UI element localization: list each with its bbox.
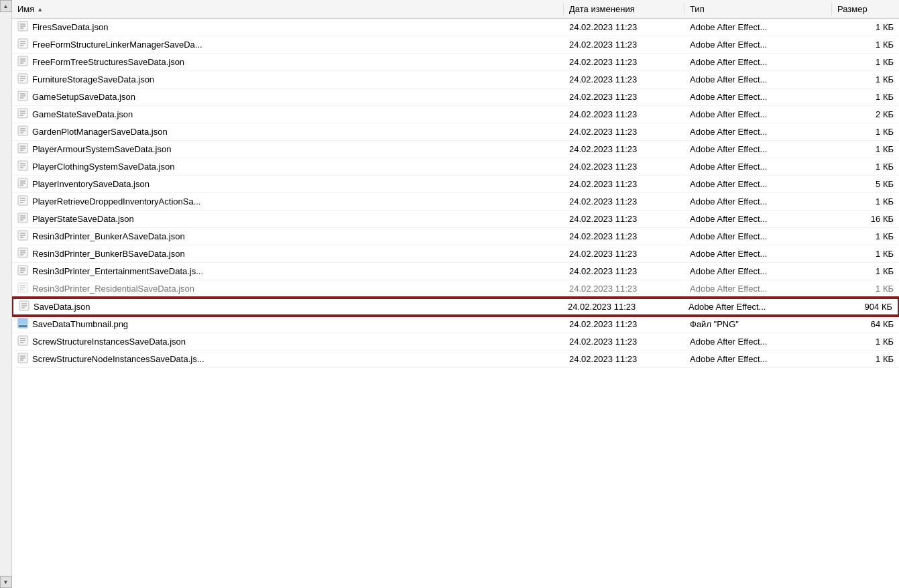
col-header-size[interactable]: Размер xyxy=(832,3,899,15)
file-type-cell: Adobe After Effect... xyxy=(684,73,832,86)
table-row[interactable]: PlayerRetrieveDroppedInventoryActionSa..… xyxy=(12,193,899,211)
table-row[interactable]: GardenPlotManagerSaveData.json24.02.2023… xyxy=(12,123,899,141)
scroll-up-button[interactable]: ▲ xyxy=(0,0,12,12)
file-name-text: Resin3dPrinter_BunkerBSaveData.json xyxy=(32,249,185,259)
table-row[interactable]: PlayerArmourSystemSaveData.json24.02.202… xyxy=(12,141,899,158)
file-size-cell: 1 КБ xyxy=(832,195,899,208)
file-date-cell: 24.02.2023 11:23 xyxy=(564,213,684,225)
table-row[interactable]: FurnitureStorageSaveData.json24.02.2023 … xyxy=(12,71,899,89)
file-date-cell: 24.02.2023 11:23 xyxy=(564,335,684,348)
table-row[interactable]: SaveData.json24.02.2023 11:23Adobe After… xyxy=(12,298,899,316)
file-size-cell: 1 КБ xyxy=(832,21,899,34)
file-size-cell: 2 КБ xyxy=(832,108,899,121)
file-size-cell: 1 КБ xyxy=(832,247,899,260)
file-name-text: ScrewStructureNodeInstancesSaveData.js..… xyxy=(32,354,204,364)
file-date-cell: 24.02.2023 11:23 xyxy=(564,21,684,34)
file-name-text: GameSetupSaveData.json xyxy=(32,92,135,102)
file-date-cell: 24.02.2023 11:23 xyxy=(562,300,683,313)
file-type-cell: Adobe After Effect... xyxy=(684,178,832,190)
png-file-icon xyxy=(17,318,28,331)
file-name-text: PlayerInventorySaveData.json xyxy=(32,179,149,189)
file-type-cell: Adobe After Effect... xyxy=(684,21,832,34)
file-date-cell: 24.02.2023 11:23 xyxy=(564,247,684,260)
file-type-cell: Adobe After Effect... xyxy=(683,300,831,313)
file-name-text: PlayerClothingSystemSaveData.json xyxy=(32,162,174,172)
table-header: Имя ▲ Дата изменения Тип Размер xyxy=(12,0,899,19)
table-row[interactable]: FreeFormTreeStructuresSaveData.json24.02… xyxy=(12,54,899,71)
json-file-icon xyxy=(17,282,28,295)
file-name-cell: GardenPlotManagerSaveData.json xyxy=(12,124,564,139)
file-name-text: FurnitureStorageSaveData.json xyxy=(32,74,154,84)
scroll-down-button[interactable]: ▼ xyxy=(0,576,12,588)
file-size-cell: 1 КБ xyxy=(832,143,899,156)
file-size-cell: 16 КБ xyxy=(832,213,899,225)
file-name-cell: Resin3dPrinter_ResidentialSaveData.json xyxy=(12,281,564,296)
json-file-icon xyxy=(17,91,28,103)
json-file-icon xyxy=(17,38,28,51)
file-size-cell: 1 КБ xyxy=(832,56,899,68)
col-header-name[interactable]: Имя ▲ xyxy=(12,3,564,15)
file-date-cell: 24.02.2023 11:23 xyxy=(564,91,684,103)
file-size-cell: 5 КБ xyxy=(832,178,899,190)
col-date-label: Дата изменения xyxy=(569,4,635,14)
svg-rect-69 xyxy=(19,319,27,325)
table-row[interactable]: SaveDataThumbnail.png24.02.2023 11:23Фай… xyxy=(12,316,899,333)
file-name-text: PlayerArmourSystemSaveData.json xyxy=(32,144,171,154)
file-date-cell: 24.02.2023 11:23 xyxy=(564,353,684,365)
file-name-text: GameStateSaveData.json xyxy=(32,109,133,119)
json-file-icon xyxy=(17,247,28,260)
file-name-cell: SaveDataThumbnail.png xyxy=(12,316,564,332)
scroll-track[interactable] xyxy=(0,12,11,576)
table-row[interactable]: FreeFormStructureLinkerManagerSaveDa...2… xyxy=(12,36,899,54)
col-header-type[interactable]: Тип xyxy=(684,3,832,15)
svg-rect-70 xyxy=(19,325,27,327)
table-row[interactable]: Resin3dPrinter_ResidentialSaveData.json2… xyxy=(12,280,899,298)
file-name-text: FiresSaveData.json xyxy=(32,22,108,32)
file-size-cell: 1 КБ xyxy=(832,265,899,278)
file-type-cell: Adobe After Effect... xyxy=(684,335,832,348)
table-row[interactable]: GameStateSaveData.json24.02.2023 11:23Ad… xyxy=(12,106,899,123)
file-type-cell: Adobe After Effect... xyxy=(684,213,832,225)
file-date-cell: 24.02.2023 11:23 xyxy=(564,108,684,121)
file-name-text: ScrewStructureInstancesSaveData.json xyxy=(32,337,186,347)
file-type-cell: Adobe After Effect... xyxy=(684,160,832,173)
file-date-cell: 24.02.2023 11:23 xyxy=(564,56,684,68)
table-row[interactable]: PlayerClothingSystemSaveData.json24.02.2… xyxy=(12,158,899,176)
file-name-text: SaveDataThumbnail.png xyxy=(32,319,128,329)
file-name-text: FreeFormTreeStructuresSaveData.json xyxy=(32,57,184,67)
file-date-cell: 24.02.2023 11:23 xyxy=(564,318,684,331)
file-name-cell: PlayerInventorySaveData.json xyxy=(12,176,564,192)
table-row[interactable]: Resin3dPrinter_BunkerBSaveData.json24.02… xyxy=(12,245,899,263)
file-date-cell: 24.02.2023 11:23 xyxy=(564,143,684,156)
json-file-icon xyxy=(17,335,28,348)
file-date-cell: 24.02.2023 11:23 xyxy=(564,38,684,51)
col-header-date[interactable]: Дата изменения xyxy=(564,3,684,15)
file-type-cell: Adobe After Effect... xyxy=(684,282,832,295)
file-name-cell: PlayerClothingSystemSaveData.json xyxy=(12,159,564,174)
json-file-icon xyxy=(17,125,28,138)
file-size-cell: 1 КБ xyxy=(832,38,899,51)
file-type-cell: Adobe After Effect... xyxy=(684,56,832,68)
file-type-cell: Adobe After Effect... xyxy=(684,353,832,365)
file-name-text: Resin3dPrinter_ResidentialSaveData.json xyxy=(32,284,194,294)
table-row[interactable]: Resin3dPrinter_BunkerASaveData.json24.02… xyxy=(12,228,899,245)
json-file-icon xyxy=(17,73,28,86)
table-row[interactable]: FiresSaveData.json24.02.2023 11:23Adobe … xyxy=(12,19,899,36)
table-row[interactable]: ScrewStructureInstancesSaveData.json24.0… xyxy=(12,333,899,351)
file-name-cell: FiresSaveData.json xyxy=(12,19,564,35)
file-size-cell: 64 КБ xyxy=(832,318,899,331)
json-file-icon xyxy=(17,108,28,121)
vertical-scrollbar[interactable]: ▲ ▼ xyxy=(0,0,12,588)
table-row[interactable]: PlayerInventorySaveData.json24.02.2023 1… xyxy=(12,176,899,193)
table-row[interactable]: GameSetupSaveData.json24.02.2023 11:23Ad… xyxy=(12,89,899,106)
file-type-cell: Adobe After Effect... xyxy=(684,38,832,51)
file-size-cell: 1 КБ xyxy=(832,73,899,86)
table-row[interactable]: Resin3dPrinter_EntertainmentSaveData.js.… xyxy=(12,263,899,280)
table-row[interactable]: ScrewStructureNodeInstancesSaveData.js..… xyxy=(12,351,899,368)
table-row[interactable]: PlayerStateSaveData.json24.02.2023 11:23… xyxy=(12,211,899,228)
file-date-cell: 24.02.2023 11:23 xyxy=(564,178,684,190)
file-name-text: PlayerStateSaveData.json xyxy=(32,214,134,224)
file-size-cell: 1 КБ xyxy=(832,91,899,103)
json-file-icon xyxy=(17,56,28,68)
file-explorer: ▲ ▼ Имя ▲ Дата изменения Тип Размер xyxy=(0,0,899,588)
